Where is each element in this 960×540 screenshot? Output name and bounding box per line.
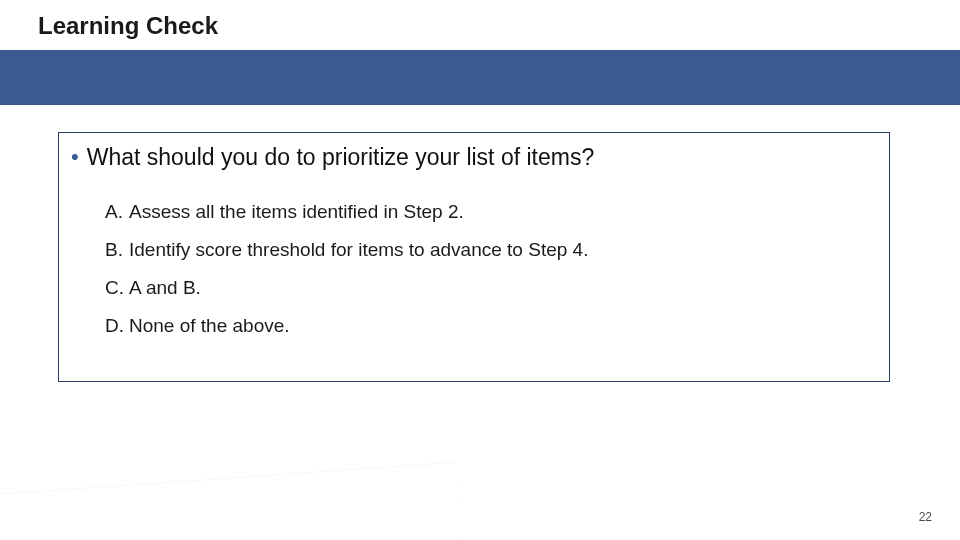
option-letter: B. [105, 239, 129, 261]
option-letter: C. [105, 277, 129, 299]
option-c: C. A and B. [105, 277, 877, 299]
footer-wedge [0, 463, 463, 540]
options-list: A. Assess all the items identified in St… [105, 201, 877, 337]
content-box: • What should you do to prioritize your … [58, 132, 890, 382]
option-text: A and B. [129, 277, 201, 299]
option-text: None of the above. [129, 315, 290, 337]
option-text: Identify score threshold for items to ad… [129, 239, 588, 261]
question-text: What should you do to prioritize your li… [87, 143, 595, 171]
question-row: • What should you do to prioritize your … [71, 143, 877, 171]
option-letter: D. [105, 315, 129, 337]
option-text: Assess all the items identified in Step … [129, 201, 464, 223]
header-band [0, 50, 960, 105]
page-number: 22 [919, 510, 932, 524]
option-b: B. Identify score threshold for items to… [105, 239, 877, 261]
option-a: A. Assess all the items identified in St… [105, 201, 877, 223]
bullet-icon: • [71, 143, 79, 171]
slide-title: Learning Check [38, 12, 218, 40]
option-letter: A. [105, 201, 129, 223]
option-d: D. None of the above. [105, 315, 877, 337]
